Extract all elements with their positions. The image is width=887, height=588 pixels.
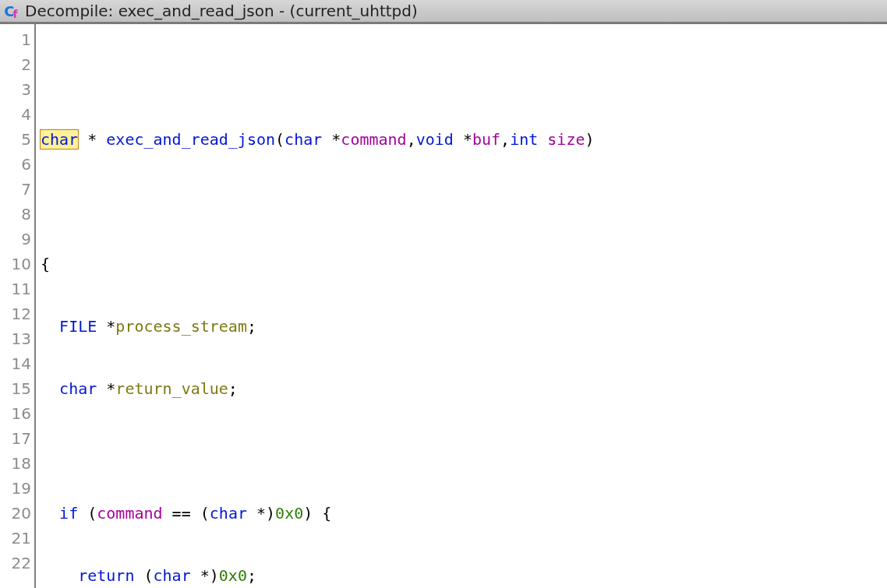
code-line[interactable]: char *return_value; [41,376,754,401]
line-number[interactable]: 13 [0,326,31,351]
line-number[interactable]: 15 [0,376,31,401]
line-number[interactable]: 14 [0,351,31,376]
line-number[interactable]: 7 [0,177,31,202]
code-line[interactable] [41,438,754,463]
line-number-gutter[interactable]: 1 2 3 4 5 6 7 8 9 10 11 12 13 14 15 16 1… [0,24,36,588]
code-line[interactable]: if (command == (char *)0x0) { [41,501,754,526]
line-number[interactable]: 12 [0,301,31,326]
line-number[interactable]: 2 [0,52,31,77]
line-number[interactable]: 17 [0,426,31,451]
code-line[interactable]: FILE *process_stream; [41,314,754,339]
code-view[interactable]: char * exec_and_read_json(char *command,… [36,24,754,588]
line-number[interactable]: 8 [0,202,31,227]
line-number[interactable]: 18 [0,451,31,476]
line-number[interactable]: 3 [0,77,31,102]
line-number[interactable]: 16 [0,401,31,426]
code-area: 1 2 3 4 5 6 7 8 9 10 11 12 13 14 15 16 1… [0,24,887,588]
code-line[interactable]: { [41,252,754,276]
decompile-icon: Cf [3,2,20,19]
line-number[interactable]: 1 [0,27,31,52]
code-line[interactable]: char * exec_and_read_json(char *command,… [41,127,754,152]
line-number[interactable]: 21 [0,526,31,551]
line-number[interactable]: 10 [0,252,31,276]
code-line[interactable]: return (char *)0x0; [41,563,754,588]
line-number[interactable]: 20 [0,501,31,526]
line-number[interactable]: 9 [0,227,31,252]
line-number[interactable]: 4 [0,102,31,127]
code-line[interactable] [41,189,754,214]
window-titlebar[interactable]: Cf Decompile: exec_and_read_json - (curr… [0,0,887,24]
line-number[interactable]: 11 [0,276,31,301]
line-number[interactable]: 19 [0,476,31,501]
line-number[interactable]: 5 [0,127,31,152]
window-title-text: Decompile: exec_and_read_json - (current… [25,2,418,20]
line-number[interactable]: 6 [0,152,31,177]
code-line[interactable] [41,65,754,90]
line-number[interactable]: 22 [0,551,31,576]
